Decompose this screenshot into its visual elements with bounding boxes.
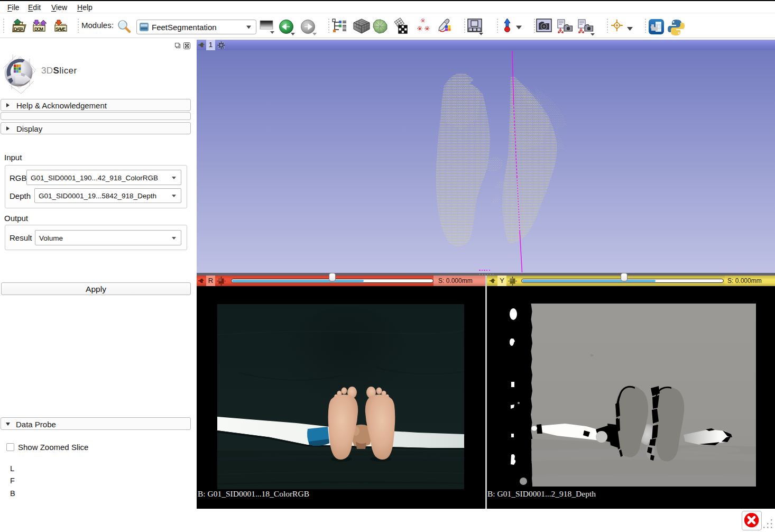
svg-text:FeetSegmentation: FeetSegmentation xyxy=(152,23,217,32)
svg-text:SAVE: SAVE xyxy=(56,26,66,32)
svg-text:DATA: DATA xyxy=(14,26,24,32)
svg-text:DCM: DCM xyxy=(34,26,43,32)
